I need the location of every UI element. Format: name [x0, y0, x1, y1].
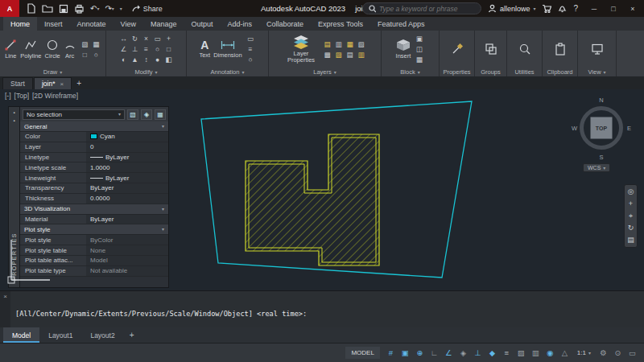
plot-icon[interactable]	[74, 3, 85, 14]
selection-cycling-icon[interactable]: ▥	[529, 346, 543, 360]
cart-icon[interactable]	[542, 3, 551, 14]
layer-tool-icon[interactable]: ▩	[322, 50, 332, 60]
viewport-visual-style-control[interactable]: [2D Wireframe]	[32, 92, 78, 100]
help-icon[interactable]: ?	[573, 3, 578, 14]
zoom-icon[interactable]: ⌖	[629, 212, 633, 220]
modify-tool-icon[interactable]: +	[163, 34, 174, 43]
modify-tool-icon[interactable]: ⊥	[130, 44, 140, 54]
ribbon-tab-insert[interactable]: Insert	[37, 17, 70, 31]
palette-menu-icon[interactable]: ▪	[11, 117, 17, 123]
tab-close-icon[interactable]: ×	[60, 80, 64, 88]
layer-tool-icon[interactable]: ▦	[345, 39, 355, 49]
dimension-tool-button[interactable]: Dimension	[213, 39, 242, 59]
drawing-area[interactable]: [-] [Top] [2D Wireframe] ▪ ▪ PROPERTIES …	[0, 89, 644, 290]
section-3d-visualization[interactable]: 3D Visualization ▾	[20, 204, 168, 215]
viewport-menu-control[interactable]: [-]	[5, 92, 11, 100]
minimize-button[interactable]: ─	[584, 0, 604, 17]
lineweight-icon[interactable]: ≡	[500, 346, 514, 360]
ellipse-icon[interactable]: ○	[91, 50, 101, 60]
property-row-linetype[interactable]: Linetype ByLayer	[20, 153, 168, 163]
ribbon-tab-view[interactable]: View	[114, 17, 143, 31]
file-tab-join[interactable]: join* ×	[34, 77, 72, 89]
layout-tab-model[interactable]: Model	[3, 327, 39, 343]
maximize-button[interactable]: □	[604, 0, 623, 17]
ribbon-tab-manage[interactable]: Manage	[143, 17, 184, 31]
viewcube[interactable]: N W TOP E S WCS ▾	[570, 96, 633, 173]
property-row-plot-table-attached[interactable]: Plot table attac... Model	[20, 256, 168, 266]
gradient-icon[interactable]: ▦	[91, 39, 101, 49]
modify-tool-icon[interactable]: □	[163, 44, 174, 54]
undo-icon[interactable]: ↶▾	[90, 3, 99, 14]
property-row-lineweight[interactable]: Lineweight ByLayer	[20, 173, 168, 183]
leader-icon[interactable]: ▭	[246, 34, 256, 43]
hatch-icon[interactable]: ▨	[80, 39, 90, 49]
qat-customize-caret-icon[interactable]: ▾	[120, 3, 122, 14]
new-layout-button[interactable]: +	[124, 327, 140, 343]
layer-tool-icon[interactable]: ▤	[345, 50, 355, 60]
block-tool-icon[interactable]: ▦	[414, 55, 424, 64]
ribbon-tab-collaborate[interactable]: Collaborate	[259, 17, 311, 31]
model-space-button[interactable]: MODEL	[345, 347, 379, 359]
arc-tool-button[interactable]: Arc	[64, 39, 76, 60]
modify-tool-icon[interactable]: ∠	[118, 44, 129, 54]
viewcube-east[interactable]: E	[627, 125, 631, 132]
panel-footer-modify[interactable]: Modify ▾	[106, 68, 186, 76]
command-window-grip[interactable]: ×	[0, 291, 10, 327]
panel-footer-layers[interactable]: Layers ▾	[269, 68, 381, 76]
panel-footer-block[interactable]: Block ▾	[382, 68, 439, 76]
annotation-extra-icon[interactable]: ○	[246, 55, 256, 64]
modify-tool-icon[interactable]: ◐	[118, 55, 129, 64]
search-input[interactable]	[379, 5, 475, 13]
toggle-pickadd-icon[interactable]: ▧	[127, 109, 138, 120]
selection-dropdown[interactable]: No selection ▾	[23, 109, 125, 120]
panel-footer-clipboard[interactable]: Clipboard	[543, 68, 577, 76]
layout-tab-layout1[interactable]: Layout1	[39, 327, 81, 343]
autoscale-icon[interactable]: △	[558, 346, 572, 360]
open-file-icon[interactable]	[42, 3, 53, 14]
palette-title-strip[interactable]: ▪ ▪ PROPERTIES	[8, 106, 19, 288]
object-snap-icon[interactable]: ◆	[485, 346, 499, 360]
redo-icon[interactable]: ↷▾	[105, 3, 114, 14]
isometric-drafting-icon[interactable]: ◈	[456, 346, 470, 360]
layer-properties-button[interactable]: Layer Properties	[283, 35, 319, 64]
steering-wheel-icon[interactable]: ◎	[628, 188, 634, 195]
quick-calculator-icon[interactable]: ▦	[155, 109, 166, 120]
new-file-icon[interactable]	[27, 3, 36, 14]
viewport-view-control[interactable]: [Top]	[14, 92, 29, 100]
block-tool-icon[interactable]: ◫	[414, 44, 424, 54]
panel-footer-properties[interactable]: Properties	[440, 68, 474, 76]
ribbon-tab-featured-apps[interactable]: Featured Apps	[370, 17, 432, 31]
text-tool-button[interactable]: A Text	[199, 39, 210, 59]
snap-mode-icon[interactable]: ▣	[398, 346, 412, 360]
match-properties-button[interactable]	[451, 43, 464, 56]
annotation-sc[interactable]: 1:1 ▾	[572, 349, 596, 356]
layer-tool-icon[interactable]: ▧	[356, 39, 366, 49]
property-row-linetype-scale[interactable]: Linetype scale 1.0000	[20, 162, 168, 173]
clean-screen-icon[interactable]: ▭	[625, 346, 639, 360]
annotation-monitor-icon[interactable]: ⊙	[611, 346, 625, 360]
ribbon-tab-home[interactable]: Home	[3, 17, 37, 31]
panel-footer-draw[interactable]: Draw ▾	[0, 68, 105, 76]
pan-icon[interactable]: +	[629, 200, 633, 208]
search-box[interactable]	[362, 2, 481, 14]
ribbon-tab-output[interactable]: Output	[184, 17, 220, 31]
table-icon[interactable]: ≡	[246, 44, 256, 54]
layout-tab-layout2[interactable]: Layout2	[81, 327, 123, 343]
grid-icon[interactable]: #	[384, 346, 398, 360]
save-icon[interactable]	[59, 3, 68, 14]
panel-footer-view[interactable]: View ▾	[578, 68, 616, 76]
ribbon-tab-addins[interactable]: Add-ins	[220, 17, 259, 31]
viewcube-top-face[interactable]: TOP	[591, 117, 613, 139]
block-tool-icon[interactable]: ▣	[414, 34, 424, 43]
autocad-logo-icon[interactable]: A	[0, 0, 19, 17]
rectangle-icon[interactable]: □	[80, 50, 90, 60]
property-row-plot-style-table[interactable]: Plot style table None	[20, 245, 168, 256]
line-tool-button[interactable]: Line	[4, 39, 17, 60]
share-button[interactable]: Share	[131, 4, 163, 13]
wcs-menu[interactable]: WCS ▾	[583, 163, 610, 172]
quick-select-icon[interactable]: ◈	[141, 109, 152, 120]
ortho-mode-icon[interactable]: ∟	[427, 346, 441, 360]
panel-footer-groups[interactable]: Groups	[475, 68, 506, 76]
polar-tracking-icon[interactable]: ∠	[442, 346, 456, 360]
modify-tool-icon[interactable]: ▭	[152, 34, 163, 43]
